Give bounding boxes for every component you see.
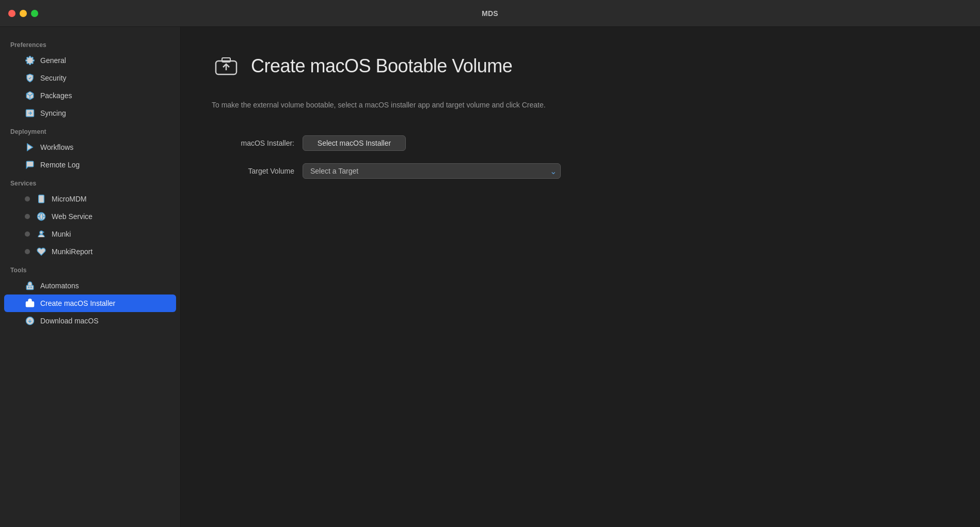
sidebar-label-create-macos-installer: Create macOS Installer bbox=[40, 299, 116, 307]
page-description: To make the external volume bootable, se… bbox=[212, 99, 676, 111]
sidebar-item-packages[interactable]: Packages bbox=[4, 87, 176, 104]
chat-icon bbox=[25, 160, 35, 170]
page-header: Create macOS Bootable Volume bbox=[212, 52, 949, 81]
page-title: Create macOS Bootable Volume bbox=[251, 55, 512, 77]
sidebar-item-download-macos[interactable]: Download macOS bbox=[4, 312, 176, 330]
target-volume-select-wrapper: Select a Target ⌄ bbox=[303, 163, 561, 179]
gear-icon bbox=[25, 55, 35, 66]
micromdm-status-dot bbox=[25, 196, 30, 202]
minimize-button[interactable] bbox=[20, 10, 27, 17]
globe-icon bbox=[36, 211, 46, 222]
page-header-icon bbox=[212, 52, 241, 81]
sidebar-item-remote-log[interactable]: Remote Log bbox=[4, 156, 176, 174]
sidebar-label-workflows: Workflows bbox=[40, 143, 73, 151]
sidebar-item-general[interactable]: General bbox=[4, 52, 176, 69]
close-button[interactable] bbox=[8, 10, 15, 17]
window-controls[interactable] bbox=[8, 10, 38, 17]
sidebar-item-micromdm[interactable]: MicroMDM bbox=[4, 190, 176, 208]
sidebar-item-syncing[interactable]: Syncing bbox=[4, 104, 176, 122]
form-row-macos-installer: macOS Installer: Select macOS Installer bbox=[212, 135, 949, 151]
form-section: macOS Installer: Select macOS Installer … bbox=[212, 135, 949, 179]
sidebar: Preferences General Security bbox=[0, 27, 181, 527]
sidebar-label-munkireport: MunkiReport bbox=[52, 247, 92, 256]
sidebar-label-general: General bbox=[40, 56, 66, 65]
sidebar-item-automatons[interactable]: Automatons bbox=[4, 277, 176, 295]
sidebar-item-security[interactable]: Security bbox=[4, 69, 176, 87]
munkireport-icon bbox=[36, 246, 46, 257]
sidebar-item-web-service[interactable]: Web Service bbox=[4, 208, 176, 225]
sidebar-section-deployment: Deployment bbox=[0, 122, 180, 138]
svg-rect-9 bbox=[26, 285, 34, 289]
sidebar-label-remote-log: Remote Log bbox=[40, 161, 80, 169]
content-area: Create macOS Bootable Volume To make the… bbox=[181, 27, 980, 527]
munkireport-status-dot bbox=[25, 249, 30, 254]
titlebar: MDS bbox=[0, 0, 980, 27]
sidebar-label-web-service: Web Service bbox=[52, 212, 92, 221]
sidebar-label-download-macos: Download macOS bbox=[40, 317, 99, 325]
sidebar-item-create-macos-installer[interactable]: Create macOS Installer bbox=[4, 295, 176, 312]
web-service-status-dot bbox=[25, 214, 30, 219]
sidebar-item-munkireport[interactable]: MunkiReport bbox=[4, 243, 176, 260]
shield-check-icon bbox=[25, 73, 35, 83]
sidebar-label-micromdm: MicroMDM bbox=[52, 195, 87, 203]
sidebar-label-munki: Munki bbox=[52, 230, 71, 238]
svg-point-10 bbox=[28, 287, 29, 288]
munki-icon bbox=[36, 229, 46, 239]
maximize-button[interactable] bbox=[31, 10, 38, 17]
play-triangle-icon bbox=[25, 142, 35, 152]
target-volume-select[interactable]: Select a Target bbox=[303, 163, 561, 179]
svg-marker-3 bbox=[27, 144, 33, 151]
sidebar-label-packages: Packages bbox=[40, 91, 72, 100]
sidebar-label-syncing: Syncing bbox=[40, 109, 66, 117]
cube-icon bbox=[25, 90, 35, 101]
robot-icon bbox=[25, 281, 35, 291]
svg-point-8 bbox=[40, 231, 43, 234]
download-circle-icon bbox=[25, 316, 35, 326]
form-row-target-volume: Target Volume Select a Target ⌄ bbox=[212, 163, 949, 179]
target-volume-label: Target Volume bbox=[212, 167, 294, 175]
micromdm-icon bbox=[36, 194, 46, 204]
sidebar-item-workflows[interactable]: Workflows bbox=[4, 138, 176, 156]
sidebar-label-security: Security bbox=[40, 74, 67, 82]
sidebar-section-tools: Tools bbox=[0, 260, 180, 277]
sidebar-section-preferences: Preferences bbox=[0, 35, 180, 52]
main-layout: Preferences General Security bbox=[0, 27, 980, 527]
munki-status-dot bbox=[25, 231, 30, 237]
macos-installer-label: macOS Installer: bbox=[212, 139, 294, 147]
window-title: MDS bbox=[482, 9, 498, 18]
arrows-sync-icon bbox=[25, 108, 35, 118]
select-macos-installer-button[interactable]: Select macOS Installer bbox=[303, 135, 406, 151]
sidebar-item-munki[interactable]: Munki bbox=[4, 225, 176, 243]
sidebar-section-services: Services bbox=[0, 174, 180, 190]
sidebar-label-automatons: Automatons bbox=[40, 282, 79, 290]
svg-point-11 bbox=[31, 287, 32, 288]
upload-drive-icon bbox=[25, 298, 35, 308]
